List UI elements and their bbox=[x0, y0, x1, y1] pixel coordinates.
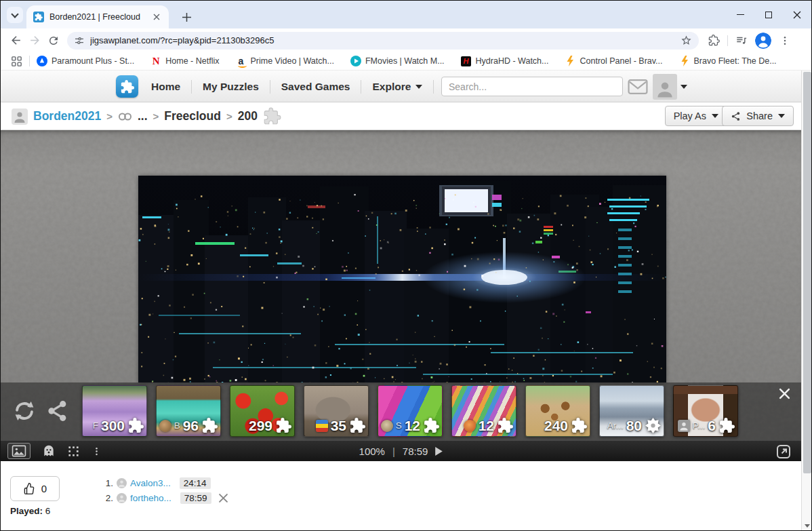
puzzle-thumbnail[interactable]: 299 bbox=[230, 385, 295, 437]
thumbnail-name-truncated: P... bbox=[693, 421, 706, 431]
window-minimize-button[interactable] bbox=[726, 1, 754, 28]
puzzle-thumbnail[interactable]: B96 bbox=[156, 385, 221, 437]
nav-home[interactable]: Home bbox=[148, 81, 183, 93]
window-maximize-button[interactable] bbox=[754, 1, 783, 28]
puzzle-thumbnail[interactable]: P...6 bbox=[673, 385, 738, 437]
ghost-preview-button[interactable] bbox=[42, 444, 56, 458]
address-bar[interactable]: jigsawplanet.com/?rc=play&pid=21130b3296… bbox=[67, 32, 699, 50]
player-name-link[interactable]: fortheho... bbox=[130, 493, 171, 503]
jigsawplanet-logo[interactable] bbox=[116, 75, 138, 98]
bookmarks-bar: Paramount Plus - St...NHome - NetflixaPr… bbox=[1, 52, 811, 71]
reload-button[interactable] bbox=[44, 31, 63, 50]
piece-count: 96 bbox=[183, 418, 199, 433]
puzzle-thumbnail[interactable]: 12 bbox=[451, 385, 516, 437]
puzzle-piece-icon bbox=[571, 417, 588, 434]
like-button[interactable]: 0 bbox=[10, 476, 60, 501]
back-button[interactable] bbox=[6, 31, 25, 50]
fullscreen-icon bbox=[775, 444, 792, 460]
scrollbar-thumb[interactable] bbox=[803, 72, 811, 473]
prime-favicon-icon: a bbox=[235, 56, 246, 66]
extensions-icon[interactable] bbox=[704, 31, 723, 50]
page-scrollbar[interactable] bbox=[801, 71, 812, 531]
game-menu-button[interactable] bbox=[92, 445, 102, 458]
forward-button[interactable] bbox=[25, 31, 44, 50]
bookmark-star-icon[interactable] bbox=[681, 35, 692, 46]
tab-close-icon[interactable] bbox=[151, 12, 162, 22]
puzzle-canvas[interactable]: F300B9629935S1212240Ar...80P...6 bbox=[1, 130, 801, 440]
puzzle-piece-icon bbox=[423, 417, 440, 434]
nav-divider bbox=[270, 80, 270, 94]
maximize-icon bbox=[765, 12, 772, 18]
puzzle-thumbnail[interactable]: S12 bbox=[378, 385, 443, 437]
puzzle-thumbnail[interactable]: 35 bbox=[304, 385, 369, 437]
netflix-favicon-icon: N bbox=[150, 56, 161, 66]
puzzle-piece-icon bbox=[127, 417, 144, 434]
nav-my-puzzles[interactable]: My Puzzles bbox=[200, 81, 262, 93]
nav-explore[interactable]: Explore bbox=[369, 81, 425, 93]
bookmark-item[interactable]: Bravo Fleet: The De... bbox=[679, 56, 777, 66]
arrange-pieces-button[interactable] bbox=[67, 445, 80, 458]
player-name-link[interactable]: Avalon3... bbox=[130, 478, 171, 488]
share-caret-icon bbox=[778, 114, 785, 118]
bookmark-item[interactable]: Paramount Plus - St... bbox=[37, 56, 134, 66]
bookmark-label: Prime Video | Watch... bbox=[250, 56, 333, 66]
play-as-button[interactable]: Play As bbox=[665, 106, 727, 126]
nav-saved-games[interactable]: Saved Games bbox=[279, 81, 353, 93]
share-puzzle-icon[interactable] bbox=[45, 399, 70, 426]
tab-search-button[interactable] bbox=[7, 7, 23, 23]
thumbnail-owner-avatar bbox=[678, 420, 690, 432]
person-icon bbox=[655, 78, 675, 100]
user-avatar[interactable] bbox=[653, 74, 677, 100]
user-menu-caret-icon[interactable] bbox=[681, 85, 687, 89]
apps-grid-icon[interactable] bbox=[9, 54, 24, 68]
show-image-button[interactable] bbox=[7, 443, 31, 459]
breadcrumb-album-link[interactable]: Freecloud bbox=[164, 109, 221, 123]
media-controls-icon[interactable] bbox=[732, 31, 751, 50]
puzzle-image[interactable] bbox=[138, 176, 666, 382]
browser-menu-kebab-icon[interactable] bbox=[775, 31, 794, 50]
game-status: 100% | 78:59 bbox=[1, 446, 801, 457]
puzzle-thumbnail[interactable]: F300 bbox=[82, 385, 147, 437]
puzzle-thumbnail[interactable]: Ar...80 bbox=[599, 385, 664, 437]
browser-tab[interactable]: Borden2021 | Freecloud bbox=[26, 5, 169, 28]
play-as-caret-icon bbox=[712, 114, 718, 118]
fullscreen-button[interactable] bbox=[775, 444, 792, 463]
link-chain-icon[interactable] bbox=[118, 111, 132, 122]
search-input[interactable] bbox=[441, 77, 623, 96]
piece-count: 12 bbox=[405, 418, 420, 433]
tab-title: Borden2021 | Freecloud bbox=[49, 12, 151, 22]
new-tab-button[interactable] bbox=[178, 9, 195, 25]
mail-icon[interactable] bbox=[628, 79, 648, 97]
bookmark-label: Control Panel - Brav... bbox=[580, 56, 662, 66]
bookmark-item[interactable]: FMovies | Watch M... bbox=[350, 56, 445, 66]
piece-count: 299 bbox=[249, 418, 272, 433]
site-settings-tune-icon[interactable] bbox=[74, 35, 85, 46]
breadcrumb: Borden2021 > ... > Freecloud > 200 bbox=[12, 102, 281, 130]
close-strip-icon[interactable] bbox=[779, 388, 790, 402]
thumbnail-badge: P...6 bbox=[678, 417, 735, 434]
bookmark-item[interactable]: aPrime Video | Watch... bbox=[235, 56, 333, 66]
puzzle-piece-icon bbox=[275, 417, 292, 434]
bookmark-item[interactable]: NHome - Netflix bbox=[150, 56, 219, 66]
bookmark-item[interactable]: Control Panel - Brav... bbox=[565, 56, 662, 66]
browser-toolbar: jigsawplanet.com/?rc=play&pid=21130b3296… bbox=[1, 28, 811, 52]
jigsawplanet-page: HomeMy PuzzlesSaved GamesExploreCreate B… bbox=[1, 71, 801, 531]
puzzle-thumbnail[interactable]: 240 bbox=[525, 385, 590, 437]
remove-player-button[interactable] bbox=[219, 494, 228, 503]
window-close-button[interactable] bbox=[783, 1, 811, 28]
piece-count: 300 bbox=[101, 418, 125, 433]
play-icon[interactable] bbox=[435, 447, 443, 456]
paramount-favicon-icon bbox=[37, 56, 47, 66]
refresh-puzzles-icon[interactable] bbox=[12, 399, 37, 426]
toolbar-right-icons bbox=[704, 31, 794, 50]
played-value: 6 bbox=[45, 506, 51, 516]
profile-avatar[interactable] bbox=[755, 33, 771, 49]
chevron-down-icon bbox=[415, 85, 422, 89]
share-button[interactable]: Share bbox=[722, 106, 794, 126]
player-rank: 1. bbox=[102, 478, 113, 488]
scrollbar-down-arrow[interactable] bbox=[802, 520, 812, 531]
thumbnail-badge: Ar...80 bbox=[607, 417, 662, 434]
bookmark-item[interactable]: HHydraHD - Watch... bbox=[461, 56, 549, 66]
breadcrumb-collapsed-link[interactable]: ... bbox=[138, 109, 148, 123]
breadcrumb-user-link[interactable]: Borden2021 bbox=[33, 109, 101, 123]
